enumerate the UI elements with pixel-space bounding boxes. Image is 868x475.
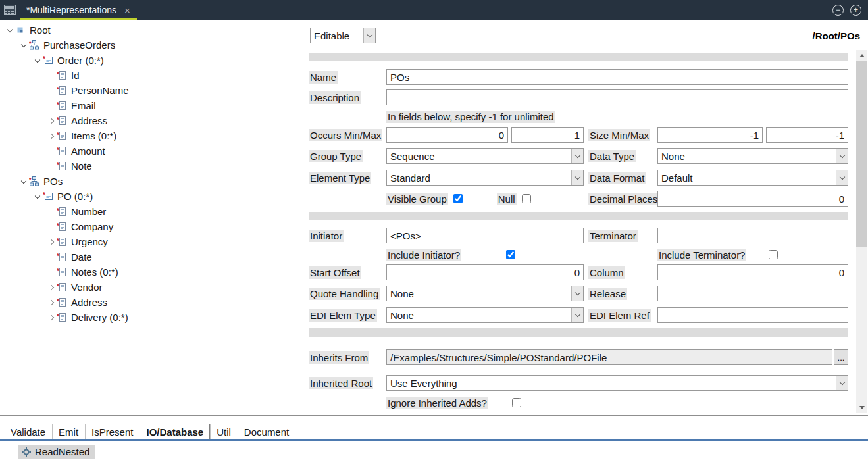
- edi-elem-ref-input[interactable]: [657, 307, 848, 323]
- svg-text:*: *: [57, 86, 59, 93]
- chevron-right-icon[interactable]: [45, 297, 57, 308]
- document-tab[interactable]: *MultiRepresentations ×: [20, 0, 137, 20]
- chevron-down-icon[interactable]: [4, 25, 15, 36]
- group-type-select[interactable]: Sequence: [386, 148, 584, 164]
- methods-panel: ReadNested: [0, 441, 868, 459]
- browse-button[interactable]: ...: [834, 349, 848, 365]
- schema-tree: Root*PurchaseOrders*Order (0:*)*Id*Perso…: [0, 20, 303, 415]
- chevron-down-icon[interactable]: [32, 191, 43, 202]
- element-type-select[interactable]: Standard: [386, 170, 584, 186]
- data-format-label: Data Format: [588, 172, 646, 184]
- data-format-select[interactable]: Default: [657, 170, 848, 186]
- tree-item-address[interactable]: *Address: [0, 295, 303, 310]
- method-label: ReadNested: [35, 446, 89, 457]
- svg-text:*: *: [57, 268, 59, 275]
- include-terminator-checkbox[interactable]: [769, 250, 778, 259]
- name-input[interactable]: [386, 69, 848, 85]
- null-label: Null: [497, 193, 517, 205]
- svg-text:*: *: [57, 147, 59, 154]
- visible-group-checkbox[interactable]: [453, 194, 463, 203]
- tab-util[interactable]: Util: [210, 424, 238, 439]
- occurs-max-input[interactable]: [511, 127, 584, 143]
- vertical-scrollbar[interactable]: [856, 50, 867, 413]
- decimal-places-input[interactable]: [657, 191, 848, 207]
- tree-item-order-0[interactable]: *Order (0:*): [0, 53, 303, 68]
- app-icon: [4, 5, 16, 15]
- mode-select[interactable]: Editable: [310, 28, 376, 43]
- tree-item-id[interactable]: *Id: [0, 68, 303, 83]
- edi-elem-type-select[interactable]: None: [386, 307, 584, 323]
- tab-io-database[interactable]: IO/Database: [140, 424, 210, 439]
- circle-minus-button[interactable]: −: [832, 5, 844, 16]
- tree-item-po-0[interactable]: *PO (0:*): [0, 189, 303, 204]
- tree-item-note[interactable]: *Note: [0, 159, 303, 174]
- close-icon[interactable]: ×: [124, 5, 130, 15]
- occurs-min-input[interactable]: [386, 127, 508, 143]
- tab-document[interactable]: Document: [238, 424, 295, 439]
- tree-item-personname[interactable]: *PersonName: [0, 83, 303, 98]
- chevron-down-icon[interactable]: [18, 40, 29, 51]
- tree-item-label: PO (0:*): [57, 191, 93, 202]
- scroll-up-button[interactable]: [856, 50, 867, 61]
- tree-item-root[interactable]: Root: [0, 22, 303, 38]
- tree-item-number[interactable]: *Number: [0, 204, 303, 219]
- field-node-icon: *: [57, 101, 68, 111]
- terminator-input[interactable]: [657, 228, 848, 243]
- inherits-from-input[interactable]: [386, 349, 832, 365]
- tree-item-notes-0[interactable]: *Notes (0:*): [0, 264, 303, 280]
- start-offset-label: Start Offset: [309, 266, 361, 279]
- chevron-right-icon[interactable]: [45, 237, 57, 247]
- chevron-right-icon[interactable]: [45, 116, 57, 126]
- include-initiator-checkbox[interactable]: [506, 250, 515, 259]
- tree-item-label: Delivery (0:*): [71, 312, 128, 323]
- decimal-places-label: Decimal Places: [588, 193, 659, 205]
- start-offset-row: Start Offset Column: [309, 264, 848, 280]
- name-row: Name: [309, 69, 848, 85]
- null-checkbox[interactable]: [522, 194, 531, 203]
- column-input[interactable]: [657, 264, 848, 280]
- quote-handling-select[interactable]: None: [386, 286, 584, 301]
- circle-plus-button[interactable]: +: [850, 5, 861, 16]
- description-label: Description: [309, 91, 361, 104]
- tab-ispresent[interactable]: IsPresent: [85, 424, 140, 439]
- method-item-readnested[interactable]: ReadNested: [18, 445, 95, 459]
- release-input[interactable]: [657, 286, 848, 301]
- bottom-tab-strip: ValidateEmitIsPresentIO/DatabaseUtilDocu…: [0, 416, 868, 441]
- start-offset-input[interactable]: [386, 264, 584, 280]
- tree-item-pos[interactable]: *POs: [0, 174, 303, 189]
- size-max-input[interactable]: [766, 127, 848, 143]
- scroll-down-button[interactable]: [856, 402, 867, 413]
- chevron-right-icon[interactable]: [45, 282, 57, 293]
- tree-item-purchaseorders[interactable]: *PurchaseOrders: [0, 38, 303, 53]
- inherited-root-select[interactable]: Use Everything: [386, 375, 848, 391]
- tab-emit[interactable]: Emit: [52, 424, 85, 439]
- size-min-input[interactable]: [657, 127, 763, 143]
- tree-item-items-0[interactable]: *Items (0:*): [0, 128, 303, 143]
- tree-item-label: Amount: [71, 145, 105, 157]
- tree-item-address[interactable]: *Address: [0, 113, 303, 128]
- svg-text:*: *: [57, 101, 59, 109]
- ignore-inherited-adds-checkbox[interactable]: [512, 398, 521, 407]
- chevron-down-icon[interactable]: [32, 55, 43, 66]
- tree-item-delivery-0[interactable]: *Delivery (0:*): [0, 310, 303, 325]
- tree-item-email[interactable]: *Email: [0, 98, 303, 113]
- scroll-thumb[interactable]: [856, 61, 867, 247]
- twisty-spacer: [45, 252, 57, 262]
- tree-item-vendor[interactable]: *Vendor: [0, 280, 303, 295]
- svg-text:*: *: [29, 176, 32, 183]
- data-type-select[interactable]: None: [657, 148, 848, 164]
- field-node-icon: *: [57, 86, 68, 95]
- tree-item-amount[interactable]: *Amount: [0, 143, 303, 159]
- quote-handling-label: Quote Handling: [309, 288, 380, 300]
- description-input[interactable]: [386, 89, 848, 105]
- tab-validate[interactable]: Validate: [4, 424, 52, 439]
- tree-item-urgency[interactable]: *Urgency: [0, 234, 303, 249]
- chevron-down-icon[interactable]: [18, 176, 29, 187]
- tree-item-label: Email: [71, 100, 96, 111]
- chevron-right-icon[interactable]: [45, 312, 57, 323]
- initiator-input[interactable]: [386, 228, 584, 243]
- tree-item-date[interactable]: *Date: [0, 249, 303, 264]
- chevron-right-icon[interactable]: [45, 131, 57, 141]
- tree-item-company[interactable]: *Company: [0, 219, 303, 234]
- main-split: Root*PurchaseOrders*Order (0:*)*Id*Perso…: [0, 20, 868, 416]
